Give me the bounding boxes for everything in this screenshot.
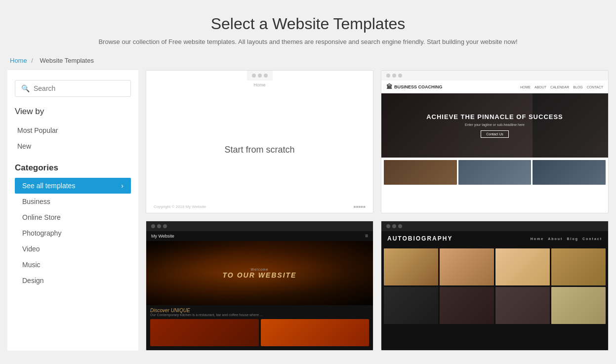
dot	[392, 224, 396, 228]
dot	[252, 74, 256, 78]
dot	[157, 224, 161, 228]
breadcrumb-current: Website Templates	[40, 57, 94, 64]
rest-bottom: Discover UNIQUE Our Contemporary Kitchen…	[146, 305, 373, 319]
scratch-footer: Copyright © 2018 My Website ■■■■■	[146, 201, 373, 213]
auto-title: AUTOBIOGRAPHY	[387, 235, 452, 242]
dot	[392, 74, 396, 78]
rest-sub-text: Our Contemporary Kitchen is a restaurant…	[150, 313, 263, 317]
view-new[interactable]: New	[15, 138, 131, 154]
page-subtitle: Browse our collection of Free website te…	[10, 38, 606, 45]
bc-nav: HOME ABOUT CALENDAR BLOG CONTACT	[520, 85, 603, 89]
auto-nav: Home About Blog Contact	[531, 237, 602, 241]
card-dots-scratch	[247, 71, 273, 81]
scratch-footer-left: Copyright © 2018 My Website	[154, 204, 206, 209]
categories-label: Categories	[15, 163, 131, 173]
scratch-text: Start from scratch	[224, 145, 294, 155]
rest-hero: Welcome TO OUR WEBSITE	[146, 241, 373, 305]
bc-hero-btn: Contact Us	[481, 130, 509, 138]
auto-photo-6	[440, 287, 494, 324]
dot	[258, 74, 262, 78]
breadcrumb-home[interactable]: Home	[10, 57, 27, 64]
main-layout: 🔍 View by Most Popular New Categories Se…	[0, 70, 616, 361]
template-scratch[interactable]: Home Start from scratch Copyright © 2018…	[146, 70, 373, 213]
category-business[interactable]: Business	[15, 194, 131, 209]
rest-images	[146, 319, 373, 350]
sidebar: 🔍 View by Most Popular New Categories Se…	[7, 70, 138, 351]
auto-photo-4	[551, 248, 606, 285]
dot	[386, 224, 390, 228]
card-dots-rest	[146, 221, 373, 231]
dot	[151, 224, 155, 228]
page-title: Select a Website Templates	[10, 15, 606, 33]
rest-food-overlay: Welcome TO OUR WEBSITE	[146, 241, 373, 305]
dot	[386, 74, 390, 78]
bc-hero: ACHIEVE THE PINNACLE OF SUCCESS Enter yo…	[381, 93, 608, 158]
view-by-label: View by	[15, 107, 131, 117]
rest-site-name: My Website	[151, 234, 174, 239]
category-music[interactable]: Music	[15, 257, 131, 273]
auto-photo-3	[495, 248, 550, 285]
dot	[398, 224, 402, 228]
auto-photo-5	[384, 287, 438, 324]
rest-title: TO OUR WEBSITE	[223, 271, 297, 279]
bc-person-1	[384, 160, 457, 185]
auto-photo-2	[440, 248, 494, 285]
templates-grid: Home Start from scratch Copyright © 2018…	[146, 70, 609, 351]
rest-logo-text: Discover UNIQUE	[150, 308, 263, 313]
view-most-popular[interactable]: Most Popular	[15, 122, 131, 138]
template-autobiography[interactable]: AUTOBIOGRAPHY Home About Blog Contact	[381, 221, 609, 351]
bc-logo: 🏛 BUSINESS COACHING	[386, 83, 443, 90]
chevron-right-icon: ›	[121, 182, 123, 190]
auto-photo-1	[384, 248, 438, 285]
scratch-home-label: Home	[246, 81, 273, 89]
category-online-store[interactable]: Online Store	[15, 209, 131, 225]
category-photography[interactable]: Photography	[15, 225, 131, 241]
bc-header: 🏛 BUSINESS COACHING HOME ABOUT CALENDAR …	[381, 81, 608, 93]
bc-people-grid	[381, 158, 608, 187]
search-box[interactable]: 🔍	[15, 80, 131, 97]
dot	[264, 74, 268, 78]
rest-image-1	[150, 319, 259, 346]
search-input[interactable]	[34, 84, 124, 92]
template-restaurant[interactable]: My Website ☰ Welcome TO OUR WEBSITE Disc…	[146, 221, 373, 351]
dot	[398, 74, 402, 78]
rest-image-2	[261, 319, 370, 346]
bc-content: 🏛 BUSINESS COACHING HOME ABOUT CALENDAR …	[381, 81, 608, 187]
category-design[interactable]: Design	[15, 273, 131, 288]
auto-photo-7	[495, 287, 550, 324]
bc-hero-title: ACHIEVE THE PINNACLE OF SUCCESS	[426, 113, 563, 121]
category-video[interactable]: Video	[15, 241, 131, 257]
rest-header: My Website ☰	[146, 231, 373, 241]
bc-hero-sub: Enter your tagline or sub-headline here	[465, 123, 525, 126]
breadcrumb-separator: /	[31, 57, 33, 64]
category-see-all[interactable]: See all templates ›	[15, 178, 131, 194]
template-business-coaching[interactable]: 🏛 BUSINESS COACHING HOME ABOUT CALENDAR …	[381, 70, 609, 213]
auto-photo-8	[551, 287, 606, 324]
page-header: Select a Website Templates Browse our co…	[0, 0, 616, 70]
dot	[163, 224, 167, 228]
bc-logo-text: BUSINESS COACHING	[394, 84, 443, 89]
auto-header: AUTOBIOGRAPHY Home About Blog Contact	[381, 231, 608, 246]
rest-welcome: Welcome	[250, 268, 268, 271]
bc-person-2	[458, 160, 532, 185]
bc-hero-overlay: ACHIEVE THE PINNACLE OF SUCCESS Enter yo…	[381, 93, 608, 158]
card-dots-auto	[381, 221, 608, 231]
auto-photos-grid	[381, 246, 608, 326]
bc-person-3	[533, 160, 606, 185]
search-icon: 🔍	[21, 84, 30, 92]
card-dots-bc	[381, 71, 608, 81]
